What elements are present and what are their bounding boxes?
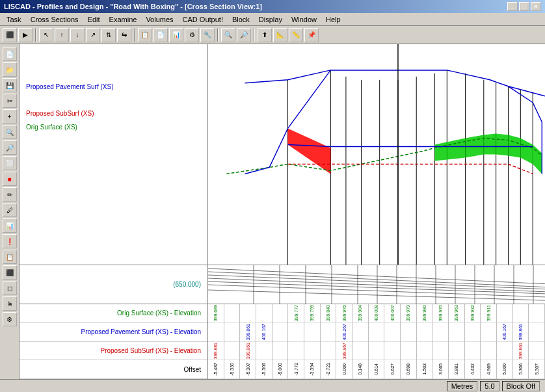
- data-cell-subsurf-16: [465, 342, 481, 361]
- toolbar-btn-3[interactable]: ↖: [39, 28, 53, 42]
- toolbar-btn-9[interactable]: 📋: [138, 28, 152, 42]
- menu-cross-sections[interactable]: Cross Sections: [27, 15, 83, 24]
- sidebar-btn-18[interactable]: ⚙: [3, 312, 17, 326]
- toolbar-btn-14[interactable]: 🔍: [221, 28, 235, 42]
- menu-task[interactable]: Task: [3, 15, 25, 24]
- toolbar: ⬛ ▶ ↖ ↑ ↓ ↗ ⇅ ⇆ 📋 📄 📊 ⚙ 🔧 🔍 🔎 ⬆ 📐 📏 📌: [0, 26, 545, 44]
- maximize-button[interactable]: □: [519, 2, 529, 11]
- data-cell-orig-11: 400.007: [384, 304, 400, 323]
- toolbar-btn-4[interactable]: ↑: [55, 28, 69, 42]
- data-grid-inner: 399.689399.881-5.487-5.330399.861399.861…: [208, 304, 545, 379]
- data-cell-proposed-14: [432, 323, 448, 342]
- data-cell-proposed-0: [208, 323, 224, 342]
- sidebar-btn-13[interactable]: ❗: [3, 234, 17, 248]
- data-col-8: 399.976400.267399.9670.000: [336, 304, 352, 379]
- menu-block[interactable]: Block: [228, 15, 254, 24]
- sidebar-btn-4[interactable]: ✂: [3, 94, 17, 108]
- data-cell-offset-17: 4.969: [481, 360, 496, 379]
- toolbar-btn-11[interactable]: 📊: [169, 28, 183, 42]
- toolbar-btn-6[interactable]: ↗: [86, 28, 100, 42]
- sidebar-btn-16[interactable]: ◻: [3, 281, 17, 295]
- data-cell-offset-1: -5.330: [224, 360, 240, 379]
- status-block-off[interactable]: Block Off: [502, 381, 540, 391]
- sidebar-btn-7[interactable]: 🔎: [3, 140, 17, 155]
- sidebar-btn-12[interactable]: 📊: [3, 218, 17, 233]
- data-cell-orig-17: 399.911: [481, 304, 496, 323]
- plan-canvas: [208, 265, 545, 304]
- toolbar-btn-8[interactable]: ⇆: [117, 28, 131, 42]
- toolbar-btn-12[interactable]: ⚙: [185, 28, 199, 42]
- status-units: Metres: [447, 381, 478, 391]
- data-cell-subsurf-11: [384, 342, 400, 361]
- data-cell-offset-14: 3.665: [432, 360, 448, 379]
- data-cell-proposed-20: [529, 323, 544, 342]
- title-bar: LISCAD - Profiles and Design - "Road Wit…: [0, 0, 545, 13]
- svg-marker-20: [484, 134, 496, 155]
- sidebar-btn-11[interactable]: 🖊: [3, 203, 17, 217]
- plan-section: (650.000): [20, 265, 545, 304]
- toolbar-sep-2: [134, 29, 135, 42]
- data-cell-offset-5: -3.772: [288, 360, 304, 379]
- sidebar-btn-2[interactable]: 📁: [3, 62, 17, 77]
- sidebar-btn-5[interactable]: +: [3, 109, 17, 124]
- sidebar-btn-17[interactable]: 🖱: [3, 296, 17, 311]
- sidebar-btn-14[interactable]: 📋: [3, 250, 17, 264]
- label-orig: Orig Surface (XS) - Elevation: [20, 304, 207, 323]
- label-offset: Offset: [20, 360, 207, 379]
- data-cell-subsurf-19: 399.861: [513, 342, 529, 361]
- sidebar-btn-6[interactable]: 🔍: [3, 125, 17, 139]
- data-cell-orig-9: 399.984: [352, 304, 368, 323]
- sidebar-btn-3[interactable]: 💾: [3, 78, 17, 92]
- toolbar-btn-17[interactable]: 📐: [273, 28, 287, 42]
- toolbar-btn-13[interactable]: 🔧: [200, 28, 215, 42]
- data-cell-orig-16: 399.932: [465, 304, 481, 323]
- data-cell-proposed-7: [321, 323, 336, 342]
- data-col-11: 400.0070.627: [384, 304, 401, 379]
- data-cell-orig-20: [529, 304, 544, 323]
- data-col-6: 399.799-3.394: [304, 304, 321, 379]
- menu-examine[interactable]: Examine: [105, 15, 141, 24]
- menu-window[interactable]: Window: [287, 15, 321, 24]
- menu-volumes[interactable]: Volumes: [142, 15, 177, 24]
- toolbar-btn-15[interactable]: 🔎: [237, 28, 251, 42]
- data-col-18: 400.1675.000: [497, 304, 513, 379]
- toolbar-btn-7[interactable]: ⇅: [101, 28, 116, 42]
- data-cell-offset-4: -5.000: [272, 360, 288, 379]
- toolbar-btn-19[interactable]: 📌: [304, 28, 319, 42]
- menu-display[interactable]: Display: [255, 15, 286, 24]
- data-cell-orig-13: 399.980: [417, 304, 432, 323]
- sidebar-btn-9[interactable]: ■: [3, 172, 17, 186]
- data-cell-orig-15: 399.963: [449, 304, 464, 323]
- graph-canvas: [208, 44, 545, 265]
- menu-cad-output[interactable]: CAD Output!: [179, 15, 227, 24]
- data-col-1: -5.330: [224, 304, 241, 379]
- data-cell-offset-2: -5.307: [240, 360, 256, 379]
- data-cell-proposed-19: 399.861: [513, 323, 529, 342]
- data-cell-offset-10: 0.614: [369, 360, 384, 379]
- data-col-19: 399.861399.8615.306: [513, 304, 529, 379]
- sidebar-btn-15[interactable]: ⬛: [3, 265, 17, 280]
- toolbar-btn-2[interactable]: ▶: [18, 28, 33, 42]
- toolbar-btn-5[interactable]: ↓: [70, 28, 85, 42]
- toolbar-btn-16[interactable]: ⬆: [258, 28, 272, 42]
- data-cell-offset-8: 0.000: [336, 360, 352, 379]
- sidebar-btn-8[interactable]: ⬜: [3, 156, 17, 170]
- data-cell-offset-0: -5.487: [208, 360, 224, 379]
- data-cell-offset-3: -5.306: [256, 360, 272, 379]
- menu-help[interactable]: Help: [322, 15, 345, 24]
- sidebar-btn-1[interactable]: 📄: [3, 47, 17, 61]
- data-cell-subsurf-5: [288, 342, 304, 361]
- data-cell-offset-16: 4.432: [465, 360, 481, 379]
- toolbar-btn-1[interactable]: ⬛: [3, 28, 17, 42]
- title-text: LISCAD - Profiles and Design - "Road Wit…: [4, 3, 262, 10]
- close-button[interactable]: ×: [531, 2, 541, 11]
- toolbar-btn-18[interactable]: 📏: [289, 28, 303, 42]
- data-cell-subsurf-13: [417, 342, 432, 361]
- minimize-button[interactable]: _: [507, 2, 518, 11]
- menu-bar: Task Cross Sections Edit Examine Volumes…: [0, 13, 545, 26]
- toolbar-btn-10[interactable]: 📄: [153, 28, 168, 42]
- data-cell-subsurf-9: [352, 342, 368, 361]
- sidebar-btn-10[interactable]: ✏: [3, 187, 17, 202]
- status-bar: Metres 5.0 Block Off: [0, 379, 545, 392]
- menu-edit[interactable]: Edit: [84, 15, 104, 24]
